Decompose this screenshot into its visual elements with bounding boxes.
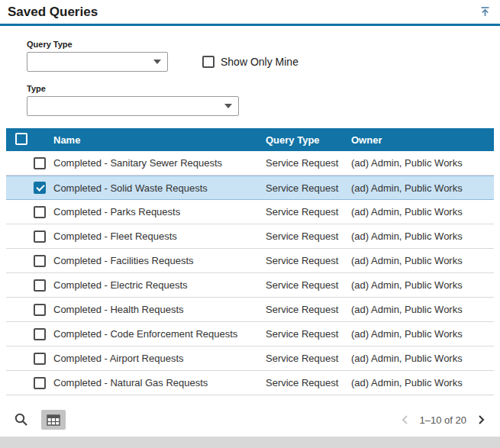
column-header-query-type[interactable]: Query Type: [266, 134, 351, 146]
cell-name: Completed - Fleet Requests: [53, 230, 266, 242]
saved-queries-panel: Saved Queries Query Type Show Only Mine …: [0, 0, 500, 437]
cell-query-type: Service Request: [266, 182, 351, 194]
table-row[interactable]: Completed - Electric Requests Service Re…: [6, 273, 494, 298]
show-only-mine-label: Show Only Mine: [221, 56, 298, 68]
saved-queries-table: Name Query Type Owner Completed - Sanita…: [6, 128, 494, 395]
query-type-label: Query Type: [27, 40, 500, 49]
cell-owner: (ad) Admin, Public Works: [351, 353, 494, 364]
cell-owner: (ad) Admin, Public Works: [351, 230, 494, 242]
cell-owner: (ad) Admin, Public Works: [351, 304, 494, 315]
cell-owner: (ad) Admin, Public Works: [351, 328, 494, 340]
cell-owner: (ad) Admin, Public Works: [351, 182, 494, 194]
search-icon: [14, 412, 29, 427]
table-row[interactable]: Completed - Facilities Requests Service …: [6, 249, 494, 273]
select-all-checkbox[interactable]: [15, 133, 27, 145]
cell-query-type: Service Request: [266, 157, 351, 169]
type-label: Type: [27, 84, 500, 93]
chevron-down-icon: [153, 60, 161, 64]
row-checkbox[interactable]: [34, 182, 46, 194]
column-header-name[interactable]: Name: [53, 134, 266, 146]
search-button[interactable]: [11, 410, 32, 430]
query-type-select[interactable]: [27, 52, 168, 72]
show-only-mine-toggle[interactable]: Show Only Mine: [202, 56, 298, 68]
chevron-down-icon: [224, 104, 232, 108]
cell-owner: (ad) Admin, Public Works: [351, 255, 494, 266]
table-row[interactable]: Completed - Solid Waste Requests Service…: [6, 176, 494, 200]
cell-query-type: Service Request: [266, 353, 351, 364]
table-row[interactable]: Completed - Sanitary Sewer Requests Serv…: [6, 151, 494, 176]
cell-name: Completed - Facilities Requests: [53, 255, 266, 266]
table-row[interactable]: Completed - Code Enforcement Requests Se…: [6, 322, 494, 346]
cell-name: Completed - Sanitary Sewer Requests: [53, 157, 266, 169]
cell-owner: (ad) Admin, Public Works: [351, 157, 494, 169]
page-background: [0, 437, 500, 448]
row-checkbox[interactable]: [34, 206, 46, 218]
table-row[interactable]: Completed - Parks Requests Service Reque…: [6, 200, 494, 224]
page-title: Saved Queries: [8, 5, 98, 20]
cell-query-type: Service Request: [266, 255, 351, 266]
pagination: 1–10 of 20: [398, 413, 488, 427]
cell-query-type: Service Request: [266, 377, 351, 388]
cell-name: Completed - Airport Requests: [53, 353, 266, 364]
column-header-owner[interactable]: Owner: [351, 134, 494, 146]
row-checkbox[interactable]: [34, 255, 46, 267]
grid-view-button[interactable]: [41, 410, 66, 430]
cell-owner: (ad) Admin, Public Works: [351, 279, 494, 291]
table-row[interactable]: Completed - Fleet Requests Service Reque…: [6, 224, 494, 249]
cell-query-type: Service Request: [266, 279, 351, 291]
cell-query-type: Service Request: [266, 328, 351, 340]
pagination-label: 1–10 of 20: [420, 414, 466, 426]
chevron-left-icon[interactable]: [398, 413, 412, 427]
cell-owner: (ad) Admin, Public Works: [351, 206, 494, 218]
row-checkbox[interactable]: [34, 157, 46, 169]
cell-name: Completed - Health Requests: [53, 304, 266, 315]
cell-name: Completed - Parks Requests: [53, 206, 266, 218]
type-select[interactable]: [27, 96, 239, 116]
cell-owner: (ad) Admin, Public Works: [351, 377, 494, 388]
cell-query-type: Service Request: [266, 206, 351, 218]
scroll-to-top-icon[interactable]: [479, 6, 491, 18]
table-row[interactable]: Completed - Health Requests Service Requ…: [6, 298, 494, 322]
row-checkbox[interactable]: [34, 279, 46, 292]
cell-name: Completed - Electric Requests: [53, 279, 266, 291]
filters-section: Query Type Show Only Mine Type: [0, 26, 500, 116]
row-checkbox[interactable]: [34, 328, 46, 340]
cell-name: Completed - Natural Gas Requests: [53, 377, 266, 388]
row-checkbox[interactable]: [34, 304, 46, 316]
table-footer: 1–10 of 20: [0, 403, 500, 437]
grid-view-icon: [47, 414, 60, 426]
cell-query-type: Service Request: [266, 230, 351, 242]
show-only-mine-checkbox[interactable]: [202, 56, 215, 68]
row-checkbox[interactable]: [34, 353, 46, 365]
panel-header: Saved Queries: [0, 0, 500, 26]
row-checkbox[interactable]: [34, 230, 46, 243]
table-row[interactable]: Completed - Natural Gas Requests Service…: [6, 371, 494, 395]
row-checkbox[interactable]: [34, 377, 46, 389]
cell-name: Completed - Solid Waste Requests: [53, 182, 266, 194]
cell-name: Completed - Code Enforcement Requests: [53, 328, 266, 340]
table-header-row: Name Query Type Owner: [6, 128, 494, 151]
table-row[interactable]: Completed - Airport Requests Service Req…: [6, 346, 494, 371]
cell-query-type: Service Request: [266, 304, 351, 315]
chevron-right-icon[interactable]: [474, 413, 488, 427]
